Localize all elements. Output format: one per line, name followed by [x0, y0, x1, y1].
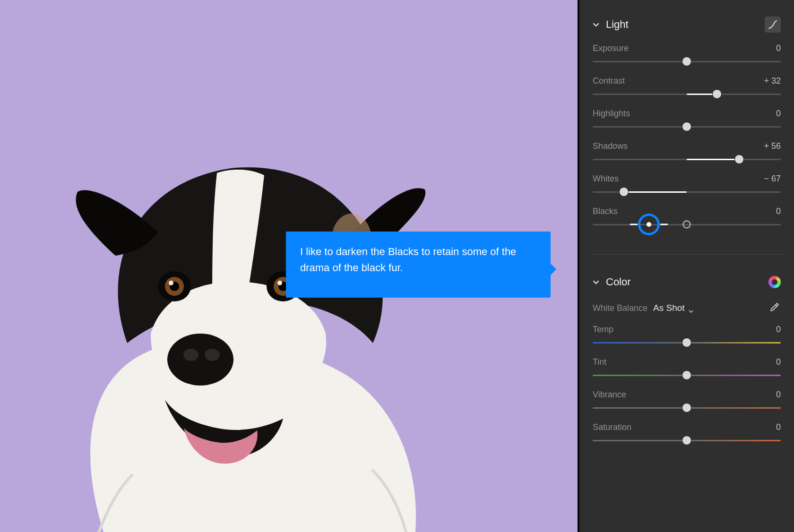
svg-point-11 [277, 281, 282, 285]
slider-knob[interactable] [619, 187, 629, 197]
coach-tooltip: I like to darken the Blacks to retain so… [286, 232, 551, 298]
slider-value[interactable]: 0 [776, 43, 781, 53]
slider-knob[interactable] [682, 57, 691, 66]
edit-panel: Light Exposure 0 Contrast + 32 [578, 0, 794, 532]
color-mixer-button[interactable] [768, 276, 781, 288]
slider-contrast: Contrast + 32 [593, 76, 781, 98]
slider-exposure: Exposure 0 [593, 43, 781, 66]
slider-blacks: Blacks 0 [593, 206, 781, 229]
color-title: Color [606, 276, 631, 288]
section-divider [591, 254, 783, 255]
slider-track[interactable] [593, 403, 781, 412]
slider-value[interactable]: 0 [776, 206, 781, 216]
slider-track[interactable] [593, 188, 781, 196]
light-section-toggle[interactable]: Light [593, 18, 629, 31]
slider-track[interactable] [593, 90, 781, 98]
slider-label: Whites [593, 174, 619, 184]
slider-whites: Whites − 67 [593, 174, 781, 196]
slider-knob[interactable] [682, 370, 691, 380]
color-section: Color White Balance As Shot [593, 272, 781, 455]
slider-label: Temp [593, 325, 613, 335]
slider-knob[interactable] [682, 220, 691, 229]
photo-preview [42, 97, 467, 532]
slider-knob[interactable] [712, 89, 722, 99]
slider-track[interactable] [593, 220, 781, 229]
color-section-toggle[interactable]: Color [593, 276, 631, 288]
white-balance-value: As Shot [653, 303, 685, 313]
svg-point-3 [205, 349, 220, 361]
slider-value[interactable]: − 67 [764, 174, 781, 184]
slider-label: Vibrance [593, 390, 626, 400]
slider-label: Shadows [593, 141, 628, 151]
slider-track[interactable] [593, 155, 781, 163]
svg-point-7 [169, 281, 173, 285]
chevron-down-icon [593, 279, 599, 285]
slider-label: Saturation [593, 422, 631, 432]
image-canvas: I like to darken the Blacks to retain so… [0, 0, 578, 532]
light-title: Light [606, 18, 629, 31]
slider-value[interactable]: + 32 [764, 76, 781, 86]
slider-value[interactable]: 0 [776, 357, 781, 367]
eyedropper-button[interactable] [767, 301, 781, 315]
slider-label: Blacks [593, 206, 618, 216]
slider-value[interactable]: + 56 [764, 141, 781, 151]
slider-knob[interactable] [682, 436, 691, 445]
chevron-down-icon [689, 306, 693, 310]
slider-track[interactable] [593, 436, 781, 445]
slider-value[interactable]: 0 [776, 422, 781, 432]
slider-value[interactable]: 0 [776, 390, 781, 400]
chevron-down-icon [593, 21, 599, 28]
white-balance-dropdown[interactable]: As Shot [653, 303, 693, 313]
slider-value[interactable]: 0 [776, 109, 781, 119]
svg-point-2 [183, 349, 198, 361]
slider-shadows: Shadows + 56 [593, 141, 781, 163]
svg-point-1 [167, 334, 233, 386]
tone-curve-button[interactable] [765, 17, 781, 33]
curve-icon [768, 19, 778, 30]
slider-track[interactable] [593, 122, 781, 131]
slider-highlights: Highlights 0 [593, 109, 781, 131]
slider-label: Contrast [593, 76, 625, 86]
slider-knob[interactable] [682, 338, 691, 347]
slider-tint: Tint 0 [593, 357, 781, 379]
coach-tooltip-text: I like to darken the Blacks to retain so… [300, 246, 516, 274]
white-balance-label: White Balance [593, 303, 647, 313]
slider-value[interactable]: 0 [776, 325, 781, 335]
slider-label: Tint [593, 357, 606, 367]
slider-track[interactable] [593, 338, 781, 347]
slider-saturation: Saturation 0 [593, 422, 781, 445]
slider-label: Highlights [593, 109, 630, 119]
slider-vibrance: Vibrance 0 [593, 390, 781, 412]
eyedropper-icon [768, 302, 780, 314]
slider-track[interactable] [593, 57, 781, 66]
slider-knob[interactable] [682, 403, 691, 412]
slider-knob[interactable] [682, 122, 691, 131]
slider-label: Exposure [593, 43, 629, 53]
slider-knob[interactable] [734, 154, 744, 164]
slider-track[interactable] [593, 371, 781, 379]
slider-temp: Temp 0 [593, 325, 781, 347]
light-section: Light Exposure 0 Contrast + 32 [593, 14, 781, 239]
